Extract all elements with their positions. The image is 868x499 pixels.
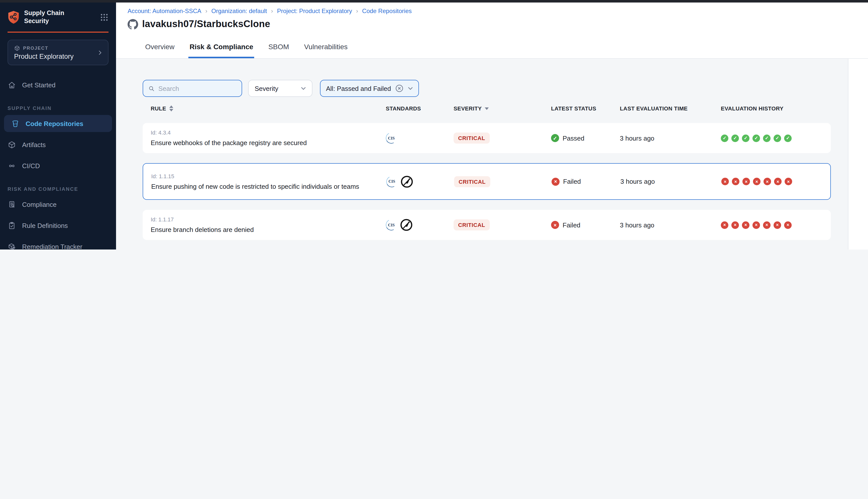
project-selector[interactable]: PROJECT Product Exploratory: [8, 40, 108, 65]
sidebar-item-code-repositories[interactable]: </> Code Repositories: [4, 115, 112, 132]
remediation-cube-icon: [8, 242, 16, 250]
breadcrumb-separator: ›: [271, 8, 273, 14]
cis-standard-icon: CIS: [386, 219, 397, 230]
home-icon: [8, 81, 16, 89]
status-cell: ✓ Passed: [551, 134, 620, 142]
history-failed-icon: ×: [774, 221, 781, 229]
rule-cell: Id: 1.1.17 Ensure branch deletions are d…: [143, 216, 386, 233]
sidebar-item-get-started[interactable]: Get Started: [0, 76, 116, 94]
sidebar-item-remediation-tracker[interactable]: Remediation Tracker: [0, 238, 116, 250]
severity-badge: CRITICAL: [454, 176, 490, 187]
history-passed-icon: ✓: [763, 134, 771, 142]
infinity-icon: [8, 162, 16, 170]
rule-text: Ensure pushing of new code is restricted…: [151, 182, 386, 190]
chevron-right-icon: [97, 50, 103, 56]
tab-bar: Overview Risk & Compliance SBOM Vulnerab…: [144, 43, 349, 58]
breadcrumb-project[interactable]: Project: Product Exploratory: [277, 8, 352, 14]
status-cell: × Failed: [551, 221, 620, 229]
rules-list: Id: 4.3.4 Ensure webhooks of the package…: [143, 123, 831, 250]
table-header: RULE STANDARDS SEVERITY LATEST STATUS LA…: [143, 105, 831, 112]
column-header-severity[interactable]: SEVERITY: [454, 106, 551, 111]
status-label: Passed: [563, 134, 584, 142]
status-icon: ×: [551, 221, 559, 229]
table-row[interactable]: Id: 1.1.15 Ensure pushing of new code is…: [143, 163, 831, 200]
sidebar-nav: Get Started SUPPLY CHAIN </> Code Reposi…: [0, 76, 116, 250]
chevron-down-icon: [408, 87, 413, 90]
history-failed-icon: ×: [752, 221, 760, 229]
history-failed-icon: ×: [763, 178, 771, 185]
breadcrumb: Account: Automation-SSCA › Organization:…: [128, 8, 868, 14]
tab-sbom[interactable]: SBOM: [267, 43, 290, 58]
history-failed-icon: ×: [721, 178, 729, 185]
project-label: PROJECT: [23, 46, 48, 51]
evaluation-history: ×××××××: [721, 178, 830, 185]
search-input[interactable]: [158, 85, 237, 92]
rule-text: Ensure webhooks of the package registry …: [151, 139, 386, 147]
sort-desc-icon: [485, 107, 489, 110]
sidebar-item-artifacts[interactable]: Artifacts: [0, 136, 116, 153]
cis-standard-icon: CIS: [386, 176, 397, 187]
history-failed-icon: ×: [732, 178, 739, 185]
history-failed-icon: ×: [731, 221, 739, 229]
sort-icon[interactable]: [169, 106, 173, 111]
column-header-latest-status: LATEST STATUS: [551, 106, 620, 111]
breadcrumb-separator: ›: [356, 8, 358, 14]
rule-id: Id: 1.1.15: [151, 173, 386, 179]
severity-badge: CRITICAL: [454, 133, 490, 144]
history-failed-icon: ×: [785, 178, 792, 185]
last-evaluation-time: 3 hours ago: [620, 134, 721, 142]
app-logo-shield-icon: [8, 11, 20, 24]
tab-vulnerabilities[interactable]: Vulnerabilities: [303, 43, 349, 58]
project-cube-icon: [14, 45, 20, 51]
severity-cell: CRITICAL: [454, 176, 552, 187]
breadcrumb-account[interactable]: Account: Automation-SSCA: [128, 8, 202, 14]
sidebar-item-compliance[interactable]: Compliance: [0, 196, 116, 213]
rule-id: Id: 4.3.4: [151, 130, 386, 135]
page-header: Account: Automation-SSCA › Organization:…: [116, 2, 868, 59]
column-header-standards: STANDARDS: [386, 106, 454, 111]
github-icon: [128, 19, 138, 29]
chevron-down-icon: [301, 87, 306, 90]
cis-standard-icon: CIS: [386, 133, 397, 144]
sidebar-item-cicd[interactable]: CI/CD: [0, 157, 116, 174]
history-passed-icon: ✓: [731, 134, 739, 142]
history-failed-icon: ×: [743, 178, 750, 185]
clear-filter-icon[interactable]: [396, 84, 403, 93]
sidebar: Supply Chain Security PROJECT Product Ex…: [0, 2, 116, 250]
section-label-supply-chain: SUPPLY CHAIN: [8, 106, 116, 111]
rule-text: Ensure branch deletions are denied: [151, 226, 386, 233]
tab-risk-and-compliance[interactable]: Risk & Compliance: [189, 43, 254, 58]
history-failed-icon: ×: [784, 221, 792, 229]
filters-bar: Severity All: Passed and Failed: [143, 80, 848, 97]
breadcrumb-separator: ›: [205, 8, 207, 14]
table-row[interactable]: Id: 4.3.4 Ensure webhooks of the package…: [143, 123, 831, 153]
breadcrumb-organization[interactable]: Organization: default: [212, 8, 267, 14]
owasp-standard-icon: [400, 175, 413, 188]
severity-filter-dropdown[interactable]: Severity: [248, 80, 312, 97]
owasp-standard-icon: [400, 218, 413, 231]
last-evaluation-time: 3 hours ago: [620, 178, 721, 185]
clipboard-check-icon: [8, 221, 16, 230]
history-passed-icon: ✓: [784, 134, 792, 142]
app-launcher-icon[interactable]: [100, 13, 108, 22]
history-passed-icon: ✓: [752, 134, 760, 142]
top-window-strip: [0, 0, 868, 2]
project-name: Product Exploratory: [14, 53, 97, 60]
svg-text:</>: </>: [13, 122, 17, 125]
tab-overview[interactable]: Overview: [144, 43, 176, 58]
column-header-rule[interactable]: RULE: [143, 106, 386, 111]
sidebar-item-rule-definitions[interactable]: Rule Definitions: [0, 217, 116, 234]
compliance-document-icon: [8, 200, 16, 209]
column-header-evaluation-history: EVALUATION HISTORY: [721, 106, 831, 111]
page-title: lavakush07/StarbucksClone: [142, 19, 270, 29]
table-row[interactable]: Id: 1.1.17 Ensure branch deletions are d…: [143, 210, 831, 240]
status-label: Failed: [563, 221, 580, 229]
last-evaluation-time: 3 hours ago: [620, 221, 721, 229]
status-filter-dropdown[interactable]: All: Passed and Failed: [320, 80, 419, 97]
history-failed-icon: ×: [763, 221, 771, 229]
rule-id: Id: 1.1.17: [151, 216, 386, 222]
history-failed-icon: ×: [774, 178, 782, 185]
breadcrumb-code-repositories[interactable]: Code Repositories: [362, 8, 412, 14]
history-failed-icon: ×: [721, 221, 728, 229]
severity-badge: CRITICAL: [454, 219, 490, 230]
